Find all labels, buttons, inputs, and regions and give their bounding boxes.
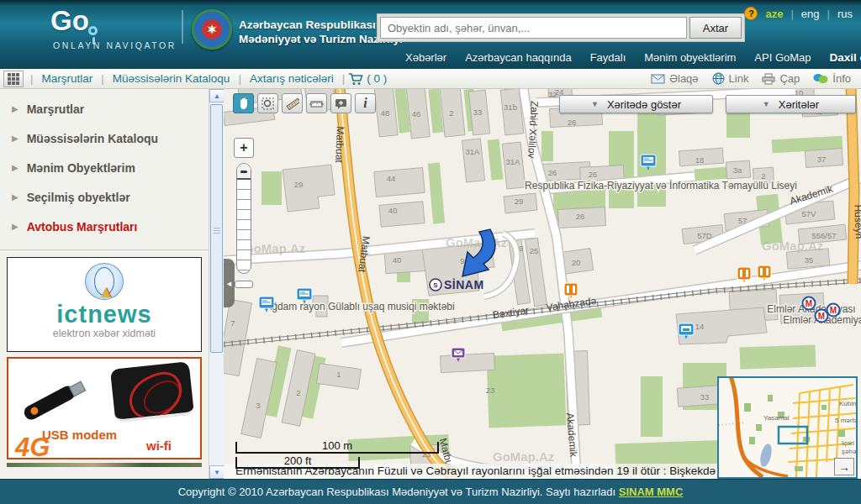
info-tool[interactable]: i <box>355 93 376 113</box>
metro-icon[interactable]: M <box>803 297 816 310</box>
toolbar-link-0[interactable]: Marşrutlar <box>42 72 93 85</box>
usb-modem-image <box>22 384 77 423</box>
metro-icon[interactable]: M <box>816 310 828 323</box>
info-link[interactable]: İnfo <box>813 72 851 85</box>
building-number: 57 <box>738 216 747 225</box>
sinam-link[interactable]: SINAM MMC <box>619 486 684 498</box>
separator: | <box>238 72 241 85</box>
measure-tool[interactable] <box>306 93 327 113</box>
lang-eng[interactable]: eng <box>801 8 820 20</box>
minimap-expand-icon[interactable]: → <box>834 458 854 475</box>
building-number: 7 <box>230 318 235 328</box>
measure-icon <box>309 98 324 109</box>
toolbar-right: Əlaqə Link Çap İnfo <box>651 72 861 85</box>
ictnews-globe-icon <box>85 263 124 300</box>
building-number: 35 <box>805 255 814 265</box>
building-number: 40 <box>388 206 398 215</box>
usb-modem-label: USB modem <box>42 428 117 442</box>
nav-mənim-obyektlərim[interactable]: Mənim obyektlərim <box>644 51 736 64</box>
building-number: 44 <box>387 174 396 183</box>
scale-bar-metric: 100 m <box>235 442 439 454</box>
logo-subtitle: ONLAYN NAVIQATOR <box>53 40 177 50</box>
nav-faydalı[interactable]: Faydalı <box>590 51 626 64</box>
building-number: 3a <box>733 165 742 175</box>
language-switcher: ? aze|eng|rus <box>744 7 853 20</box>
toolbar-link-2[interactable]: Axtarış nəticələri <box>250 72 334 85</box>
scroll-down-icon[interactable]: ▼ <box>209 465 224 479</box>
zoom-out-button[interactable] <box>235 281 253 288</box>
ictnews-ad[interactable]: ictnews elektron xəbər xidməti <box>7 257 202 352</box>
help-icon[interactable]: ? <box>744 7 758 20</box>
gomap-logo[interactable]: GoMap <box>50 7 98 34</box>
sinam-marker[interactable]: SSİNAM <box>430 278 484 291</box>
zoom-slider[interactable] <box>236 163 251 274</box>
sidebar-item-3[interactable]: ▶Seçilmiş obyektlər <box>0 182 209 212</box>
pan-hand-tool[interactable] <box>233 93 254 113</box>
zoom-in-button[interactable]: + <box>234 138 254 158</box>
sidebar-item-label: Avtobus Marşrutları <box>27 220 138 234</box>
building-number: 2 <box>296 388 300 397</box>
triangle-right-icon: ▶ <box>12 104 18 113</box>
partial-ad-strip <box>7 463 202 467</box>
restaurant-icon[interactable] <box>737 267 751 282</box>
nav-xəbərlər[interactable]: Xəbərlər <box>405 51 446 64</box>
cart-button[interactable]: ( 0 ) <box>348 72 387 86</box>
metro-icon[interactable]: M <box>827 304 840 317</box>
copyright-text: Copyright © 2010 Azərbaycan Respublikası… <box>178 486 615 498</box>
sidebar-collapse-handle[interactable]: ◂ <box>224 259 235 307</box>
scrollbar-thumb[interactable] <box>210 104 223 353</box>
header-divider <box>182 10 183 44</box>
map-container: 484623331b31A31A322626262629183a23722431… <box>224 89 861 479</box>
login-link[interactable]: Daxil ol <box>830 51 861 64</box>
contact-link[interactable]: Əlaqə <box>651 72 698 85</box>
sidebar-item-2[interactable]: ▶Mənim Obyektlərim <box>0 153 209 182</box>
zoom-slider-handle[interactable] <box>237 164 251 180</box>
chevron-down-icon: ▼ <box>763 100 770 108</box>
separator: | <box>827 8 830 20</box>
restaurant-icon[interactable] <box>758 265 771 281</box>
scale-bar-imperial: 200 ft <box>235 457 360 469</box>
building-number: 31A <box>506 157 521 166</box>
modem-ad[interactable]: USB modem 4G wi-fi <box>7 357 202 459</box>
wifi-router-image <box>110 361 194 423</box>
building-number: 18 <box>695 155 705 165</box>
watermark: GoMap.Az <box>493 449 554 464</box>
scroll-up-icon[interactable]: ▲ <box>209 89 224 102</box>
azerbaijan-emblem-icon: ✶ <box>192 9 232 50</box>
add-placemark-tool[interactable] <box>330 93 351 113</box>
printer-icon <box>762 73 775 85</box>
toolbar-link-1[interactable]: Müəssisələrin Kataloqu <box>113 72 230 85</box>
sidebar: ▶Marşrutlar▶Müəssisələrin Kataloqu▶Mənim… <box>0 89 209 479</box>
search-button[interactable]: Axtar <box>689 17 742 39</box>
zoom-box-tool[interactable] <box>257 93 278 113</box>
show-on-map-dropdown[interactable]: ▼Xəritədə göstər <box>559 95 713 113</box>
footer: Copyright © 2010 Azərbaycan Respublikası… <box>0 479 861 504</box>
nav-azərbaycan-haqqında[interactable]: Azərbaycan haqqında <box>465 51 571 64</box>
lang-rus[interactable]: rus <box>837 8 853 20</box>
add-note-icon <box>335 97 347 109</box>
print-button[interactable]: Çap <box>762 72 800 85</box>
restaurant-icon[interactable] <box>564 283 578 298</box>
building-number: 14 <box>695 322 705 331</box>
building-number: 25 <box>530 246 539 255</box>
nav-api-gomap[interactable]: API GoMap <box>754 51 811 64</box>
street-label: Matbuat <box>333 126 346 163</box>
separator: | <box>342 72 346 85</box>
overview-minimap[interactable]: YasamalKubinka5 mərtəbəİçərişəhər → <box>717 376 858 479</box>
sidebar-item-0[interactable]: ▶Marşrutlar <box>0 94 209 123</box>
apps-grid-icon[interactable] <box>3 71 24 87</box>
ruler-tool[interactable] <box>282 93 303 113</box>
link-button[interactable]: Link <box>712 72 749 85</box>
ictnews-title: ictnews <box>8 302 201 327</box>
building-number: 26 <box>576 212 585 221</box>
sidebar-scrollbar[interactable]: ▲ ▼ <box>209 89 224 479</box>
magnifier-icon <box>88 26 98 35</box>
maps-dropdown[interactable]: ▼Xəritələr <box>726 95 856 113</box>
building-number: 2 <box>449 108 453 118</box>
map-toolbar: i <box>233 93 376 113</box>
building-number: 9 <box>519 244 523 253</box>
lang-aze[interactable]: aze <box>765 8 783 20</box>
sidebar-item-4[interactable]: ▶Avtobus Marşrutları <box>0 212 209 241</box>
search-input[interactable] <box>380 17 687 39</box>
sidebar-item-1[interactable]: ▶Müəssisələrin Kataloqu <box>0 123 209 153</box>
